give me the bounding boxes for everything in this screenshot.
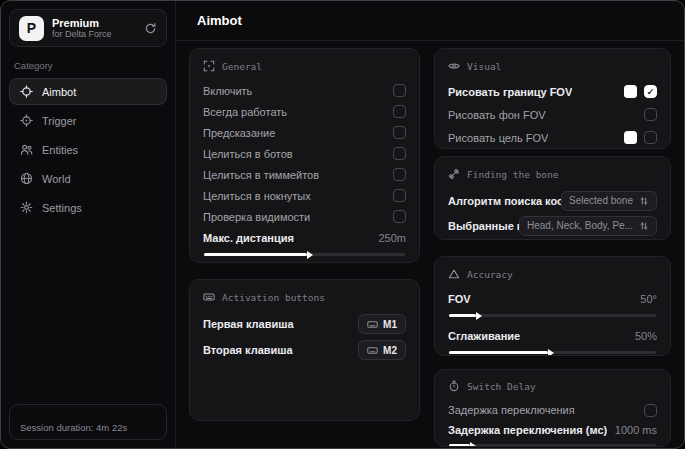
switch-delay-card: Switch Delay Задержка переключения Задер…: [434, 369, 671, 447]
setting-row: Рисовать фон FOV: [448, 103, 657, 126]
fov-value: 50°: [640, 293, 657, 305]
aim-bots-checkbox[interactable]: [393, 147, 406, 160]
max-distance-slider[interactable]: [204, 253, 405, 256]
fov-target-color-swatch[interactable]: [624, 131, 637, 144]
keyboard-icon: [367, 345, 378, 356]
session-card: Session duration: 4m 22s: [9, 404, 167, 440]
accuracy-card: Accuracy FOV 50° Сглаживание 50%: [434, 256, 671, 356]
sidebar-item-label: Trigger: [42, 115, 76, 127]
app-logo: P: [19, 16, 44, 41]
second-key-button[interactable]: M2: [358, 340, 406, 360]
aim-knocked-checkbox[interactable]: [393, 189, 406, 202]
setting-row: Рисовать цель FOV: [448, 126, 657, 149]
brand-subtitle: for Delta Force: [52, 29, 136, 39]
setting-row: Целиться в нокнутых: [203, 185, 406, 206]
triangle-icon: [448, 268, 460, 280]
session-duration: Session duration: 4m 22s: [20, 422, 127, 433]
general-card-header: General: [203, 60, 406, 72]
setting-row: Целиться в ботов: [203, 143, 406, 164]
keybind-row: Вторая клавиша M2: [203, 337, 406, 363]
bone-card: Finding the bone Алгоритм поиска кост Se…: [434, 156, 671, 240]
sidebar-item-settings[interactable]: Settings: [9, 194, 167, 221]
draw-fov-target-checkbox[interactable]: [644, 131, 657, 144]
page-title: Aimbot: [197, 13, 242, 28]
crosshair-icon: [20, 85, 33, 98]
setting-row: Всегда работать: [203, 101, 406, 122]
sidebar-item-aimbot[interactable]: Aimbot: [9, 78, 167, 105]
scan-icon: [203, 60, 215, 72]
users-icon: [20, 143, 33, 156]
category-label: Category: [14, 60, 162, 71]
select-row: Выбранные кос Head, Neck, Body, Pe...: [448, 213, 657, 238]
sidebar-nav: Aimbot Trigger Entities: [9, 78, 167, 223]
prediction-checkbox[interactable]: [393, 126, 406, 139]
slider-thumb[interactable]: [548, 349, 554, 357]
selected-bones-select[interactable]: Head, Neck, Body, Pe...: [519, 216, 657, 236]
refresh-icon[interactable]: [144, 22, 157, 35]
gear-icon: [20, 201, 33, 214]
bone-search-algorithm-select[interactable]: Selected bone: [561, 191, 657, 211]
slider-label-row: Сглаживание 50%: [448, 325, 657, 346]
brand-card: P Premium for Delta Force: [9, 9, 167, 47]
brand-title: Premium: [52, 17, 136, 30]
slider-label-row: Макс. дистанция 250m: [203, 227, 406, 248]
switch-delay-value: 1000 ms: [615, 424, 657, 436]
visual-card: Visual Рисовать границу FOV Рисовать фон…: [434, 48, 671, 149]
enable-checkbox[interactable]: [393, 84, 406, 97]
eye-icon: [448, 60, 460, 72]
general-card: General Включить Всегда работать Предска…: [189, 48, 420, 263]
globe-icon: [20, 172, 33, 185]
max-distance-value: 250m: [378, 232, 406, 244]
setting-row: Включить: [203, 80, 406, 101]
fov-border-color-swatch[interactable]: [624, 85, 637, 98]
app-window: P Premium for Delta Force Category Aimbo…: [0, 0, 685, 449]
visibility-check-checkbox[interactable]: [393, 210, 406, 223]
main-area: Aimbot General: [176, 1, 684, 448]
activation-card-header: Activation buttons: [203, 291, 406, 303]
sidebar-item-trigger[interactable]: Trigger: [9, 107, 167, 134]
sidebar: P Premium for Delta Force Category Aimbo…: [1, 1, 176, 448]
trigger-icon: [20, 114, 33, 127]
bone-card-header: Finding the bone: [448, 168, 657, 180]
switch-delay-checkbox[interactable]: [644, 404, 657, 417]
sidebar-item-label: Entities: [42, 144, 78, 156]
setting-row: Рисовать границу FOV: [448, 80, 657, 103]
aim-teammates-checkbox[interactable]: [393, 168, 406, 181]
sidebar-item-label: World: [42, 173, 71, 185]
sort-arrows-icon: [639, 221, 649, 231]
draw-fov-background-checkbox[interactable]: [644, 108, 657, 121]
sidebar-item-label: Settings: [42, 202, 82, 214]
smoothing-value: 50%: [635, 330, 657, 342]
keyboard-icon: [367, 319, 378, 330]
setting-row: Задержка переключения: [448, 400, 657, 420]
activation-card: Activation buttons Первая клавиша M1: [189, 279, 420, 421]
switch-delay-slider[interactable]: [449, 444, 656, 447]
slider-thumb[interactable]: [470, 442, 476, 448]
slider-thumb[interactable]: [307, 251, 313, 259]
slider-label-row: FOV 50°: [448, 288, 657, 309]
draw-fov-border-checkbox[interactable]: [644, 85, 657, 98]
sort-arrows-icon: [639, 196, 649, 206]
slider-thumb[interactable]: [476, 312, 482, 320]
main-header: Aimbot: [176, 1, 684, 41]
slider-label-row: Задержка переключения (мс) 1000 ms: [448, 420, 657, 439]
setting-row: Предсказание: [203, 122, 406, 143]
accuracy-card-header: Accuracy: [448, 268, 657, 280]
smoothing-slider[interactable]: [449, 351, 656, 354]
first-key-button[interactable]: M1: [358, 314, 406, 334]
sidebar-item-world[interactable]: World: [9, 165, 167, 192]
sidebar-item-label: Aimbot: [42, 86, 76, 98]
keybind-row: Первая клавиша M1: [203, 311, 406, 337]
setting-row: Проверка видимости: [203, 206, 406, 227]
setting-row: Целиться в тиммейтов: [203, 164, 406, 185]
switch-delay-card-header: Switch Delay: [448, 380, 657, 392]
stopwatch-icon: [448, 380, 460, 392]
visual-card-header: Visual: [448, 60, 657, 72]
bone-icon: [448, 168, 460, 180]
fov-slider[interactable]: [449, 314, 656, 317]
always-work-checkbox[interactable]: [393, 105, 406, 118]
select-row: Алгоритм поиска кост Selected bone: [448, 188, 657, 213]
keyboard-icon: [203, 291, 215, 303]
sidebar-item-entities[interactable]: Entities: [9, 136, 167, 163]
